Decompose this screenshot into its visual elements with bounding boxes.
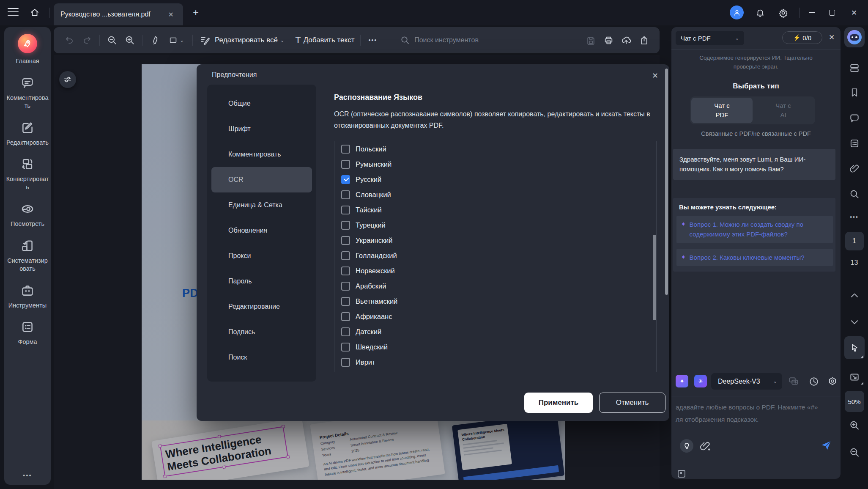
tab-chat-with-pdf[interactable]: Чат с PDF (691, 98, 753, 123)
checkbox[interactable] (341, 343, 350, 352)
page-panels-icon[interactable] (849, 63, 860, 74)
sidebar-item-view[interactable]: Посмотреть (6, 202, 49, 228)
document-tab[interactable]: Руководство ...ьзователя.pdf ✕ (54, 3, 183, 25)
minimize-button[interactable] (804, 6, 819, 19)
fit-page-button[interactable] (844, 369, 865, 386)
panel-corner-icon[interactable] (676, 469, 687, 479)
shape-tool-button[interactable]: ⌄ (165, 33, 187, 47)
zoom-in-strip-button[interactable] (849, 420, 860, 431)
checkbox[interactable] (341, 358, 350, 367)
comments-panel-icon[interactable] (849, 113, 860, 124)
chat-settings-icon[interactable] (827, 376, 838, 387)
save-button[interactable] (583, 33, 598, 47)
language-row[interactable]: Польский (334, 141, 656, 157)
zoom-out-strip-button[interactable] (849, 447, 860, 458)
send-button[interactable] (820, 440, 832, 451)
language-row[interactable]: Русский (334, 172, 656, 187)
language-row[interactable]: Словацкий (334, 187, 656, 202)
preferences-nav-item[interactable]: Единица & Сетка (207, 192, 316, 218)
strip-more-button[interactable]: ••• (850, 214, 859, 220)
edit-all-label[interactable]: Редактировать всё (215, 36, 278, 44)
checkbox[interactable] (341, 221, 350, 230)
preferences-nav-item[interactable]: Обновления (207, 218, 316, 243)
sidebar-item-form[interactable]: Форма (6, 320, 49, 346)
previous-page-icon[interactable] (849, 290, 860, 301)
add-text-label[interactable]: Добавить текст (304, 36, 355, 44)
model-select[interactable]: DeepSeek-V3 ⌄ (711, 373, 782, 390)
edit-all-icon[interactable] (198, 33, 212, 47)
dialog-close-icon[interactable]: ✕ (650, 69, 660, 82)
language-row[interactable]: Норвежский (334, 263, 656, 278)
sidebar-item-tools[interactable]: Инструменты (6, 283, 49, 310)
search-panel-icon[interactable] (849, 189, 860, 200)
language-row[interactable]: Тайский (334, 202, 656, 217)
maximize-button[interactable] (824, 6, 840, 19)
hints-button[interactable] (680, 439, 693, 453)
checkbox[interactable] (341, 160, 350, 169)
language-row[interactable]: Африкаанс (334, 309, 656, 324)
apply-button[interactable]: Применить (524, 393, 593, 413)
language-row[interactable]: Украинский (334, 233, 656, 248)
preferences-nav-item[interactable]: Комментировать (207, 142, 316, 167)
language-row[interactable]: Вьетнамский (334, 294, 656, 309)
language-row[interactable]: Иврит (334, 354, 656, 370)
preferences-nav-item[interactable]: Общие (207, 91, 316, 116)
checkbox[interactable] (341, 236, 350, 245)
sidebar-item-convert[interactable]: Конвертировать (6, 157, 49, 191)
select-tool-button[interactable] (844, 336, 865, 359)
attach-file-button[interactable] (699, 440, 711, 452)
hamburger-menu-icon[interactable] (8, 8, 19, 17)
language-row[interactable]: Румынский (334, 157, 656, 172)
text-tool-icon[interactable]: T (295, 35, 301, 46)
preferences-nav-item[interactable]: OCR (211, 167, 312, 192)
checkbox[interactable] (341, 206, 350, 214)
tab-close-icon[interactable]: ✕ (166, 10, 176, 19)
preferences-nav-item[interactable]: Подпись (207, 319, 316, 345)
settings-button[interactable] (775, 6, 791, 19)
undo-button[interactable] (62, 33, 77, 47)
checkbox[interactable] (341, 282, 350, 291)
ai-assistant-button[interactable] (844, 27, 865, 47)
sidebar-item-organize[interactable]: Систематизировать (6, 239, 49, 273)
share-button[interactable] (637, 33, 651, 47)
home-button[interactable] (27, 5, 42, 20)
deepseek-app-icon[interactable]: ✳ (694, 375, 707, 387)
language-row[interactable]: Арабский (334, 278, 656, 294)
view-settings-fab[interactable] (59, 71, 76, 88)
sidebar-item-comment[interactable]: Комментировать (6, 76, 49, 110)
user-avatar[interactable] (730, 5, 744, 19)
checkbox[interactable] (341, 327, 350, 336)
suggestion-question-1[interactable]: ✦ Вопрос 1. Можно ли создать сводку по с… (676, 216, 833, 243)
preferences-nav-item[interactable]: Редактирование (207, 294, 316, 319)
nav-scrollbar[interactable] (665, 69, 668, 295)
lumi-app-icon[interactable]: ✦ (676, 375, 688, 387)
suggestion-question-2[interactable]: ✦ Вопрос 2. Каковы ключевые моменты? (676, 249, 833, 266)
bookmark-icon[interactable] (849, 87, 860, 98)
new-chat-icon[interactable] (788, 376, 799, 387)
new-tab-button[interactable]: + (189, 7, 202, 19)
current-page-box[interactable]: 1 (845, 232, 864, 250)
cancel-button[interactable]: Отменить (599, 393, 665, 413)
checkbox[interactable] (341, 175, 350, 184)
sidebar-item-home[interactable]: Главная (6, 34, 49, 65)
language-row[interactable]: Турецкий (334, 217, 656, 233)
preferences-nav-item[interactable]: Поиск (207, 345, 316, 370)
redo-button[interactable] (80, 33, 94, 47)
checkbox[interactable] (341, 190, 350, 199)
checkbox[interactable] (341, 297, 350, 306)
next-page-icon[interactable] (849, 316, 860, 327)
language-list-scrollbar[interactable] (653, 235, 656, 320)
preferences-nav-item[interactable]: Шрифт (207, 116, 316, 142)
language-row[interactable]: Датский (334, 324, 656, 339)
toolbar-more-button[interactable]: ••• (368, 37, 377, 44)
zoom-in-button[interactable] (123, 33, 137, 47)
preferences-nav-item[interactable]: Пароль (207, 269, 316, 294)
chat-mode-select[interactable]: Чат с PDF ⌄ (676, 31, 744, 45)
cloud-upload-button[interactable] (619, 33, 633, 47)
preferences-nav-item[interactable]: Прокси (207, 243, 316, 269)
language-row[interactable]: Шведский (334, 339, 656, 354)
zoom-out-button[interactable] (105, 33, 119, 47)
language-row[interactable]: Голландский (334, 248, 656, 263)
notifications-button[interactable] (753, 6, 768, 19)
checkbox[interactable] (341, 266, 350, 275)
